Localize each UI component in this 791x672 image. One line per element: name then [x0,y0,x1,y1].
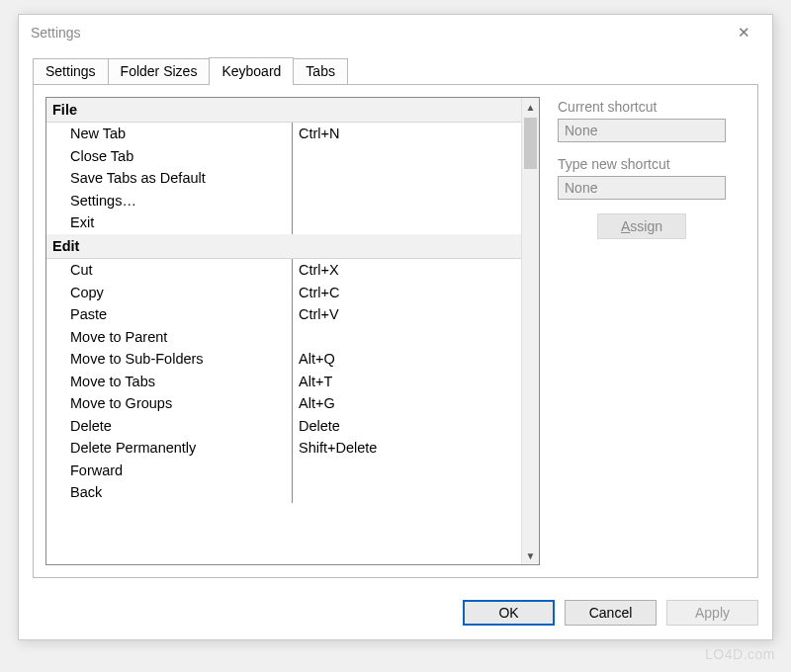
shortcut-label [293,326,299,348]
command-label: Delete Permanently [70,437,293,459]
group-header: File [46,98,521,123]
shortcut-row[interactable]: Settings… [46,190,521,211]
scroll-thumb[interactable] [524,118,537,169]
shortcut-label [293,481,299,503]
shortcut-row[interactable]: Move to Parent [46,326,521,348]
shortcut-label [293,190,299,211]
shortcut-row[interactable]: New TabCtrl+N [46,123,521,144]
current-shortcut-field: None [558,119,726,142]
shortcut-row[interactable]: CutCtrl+X [46,259,521,281]
shortcut-row[interactable]: PasteCtrl+V [46,303,521,325]
current-shortcut-label: Current shortcut [558,99,746,115]
command-label: Save Tabs as Default [70,167,293,189]
tabstrip: SettingsFolder SizesKeyboardTabs [33,56,758,84]
shortcut-label [293,211,299,233]
command-label: Paste [70,303,293,325]
command-label: Move to Groups [70,392,293,414]
shortcut-row[interactable]: CopyCtrl+C [46,282,521,303]
scroll-up-icon[interactable]: ▲ [522,98,539,116]
shortcut-label [293,460,299,481]
settings-dialog: Settings ✕ SettingsFolder SizesKeyboardT… [18,14,773,640]
tab-settings[interactable]: Settings [33,58,109,84]
new-shortcut-label: Type new shortcut [558,156,746,172]
shortcut-row[interactable]: DeleteDelete [46,415,521,437]
shortcut-row[interactable]: Move to TabsAlt+T [46,371,521,392]
watermark: LO4D.com [705,646,775,662]
shortcut-label: Ctrl+C [293,282,340,303]
shortcut-list[interactable]: FileNew TabCtrl+NClose TabSave Tabs as D… [45,97,540,565]
dialog-footer: OK Cancel Apply [19,590,772,639]
new-shortcut-field[interactable]: None [558,176,726,200]
dialog-body: SettingsFolder SizesKeyboardTabs FileNew… [19,50,772,590]
command-label: New Tab [70,123,293,144]
shortcut-label: Ctrl+X [293,259,339,281]
shortcut-label: Ctrl+N [293,123,340,144]
assign-button: Assign [597,213,686,239]
shortcut-label: Alt+Q [293,348,335,370]
shortcut-label [293,145,299,167]
scroll-down-icon[interactable]: ▼ [522,546,539,564]
shortcut-row[interactable]: Forward [46,460,521,481]
shortcut-row[interactable]: Close Tab [46,145,521,167]
command-label: Move to Sub-Folders [70,348,293,370]
shortcut-label [293,167,299,189]
apply-button: Apply [666,600,758,626]
command-label: Delete [70,415,293,437]
ok-button[interactable]: OK [463,600,555,626]
shortcut-row[interactable]: Move to GroupsAlt+G [46,392,521,414]
titlebar: Settings ✕ [19,15,772,50]
tab-tabs[interactable]: Tabs [293,58,348,84]
shortcut-label: Delete [293,415,340,437]
tab-keyboard-pane: FileNew TabCtrl+NClose TabSave Tabs as D… [33,84,758,578]
command-label: Settings… [70,190,293,211]
command-label: Copy [70,282,293,303]
group-header: Edit [46,234,521,259]
shortcut-label: Shift+Delete [293,437,377,459]
command-label: Move to Tabs [70,371,293,392]
scrollbar-vertical[interactable]: ▲ ▼ [521,98,539,564]
tab-keyboard[interactable]: Keyboard [209,57,294,85]
window-title: Settings [31,25,728,41]
shortcut-row[interactable]: Delete PermanentlyShift+Delete [46,437,521,459]
shortcut-label: Alt+G [293,392,335,414]
shortcut-row[interactable]: Move to Sub-FoldersAlt+Q [46,348,521,370]
cancel-button[interactable]: Cancel [565,600,657,626]
shortcut-row[interactable]: Save Tabs as Default [46,167,521,189]
shortcut-row[interactable]: Back [46,481,521,503]
command-label: Forward [70,460,293,481]
shortcut-label: Ctrl+V [293,303,339,325]
shortcut-editor: Current shortcut None Type new shortcut … [558,97,746,565]
shortcut-row[interactable]: Exit [46,211,521,233]
shortcut-label: Alt+T [293,371,332,392]
command-label: Move to Parent [70,326,293,348]
command-label: Close Tab [70,145,293,167]
tab-folder-sizes[interactable]: Folder Sizes [108,58,211,84]
command-label: Back [70,481,293,503]
close-icon[interactable]: ✕ [728,18,760,47]
command-label: Cut [70,259,293,281]
command-label: Exit [70,211,293,233]
